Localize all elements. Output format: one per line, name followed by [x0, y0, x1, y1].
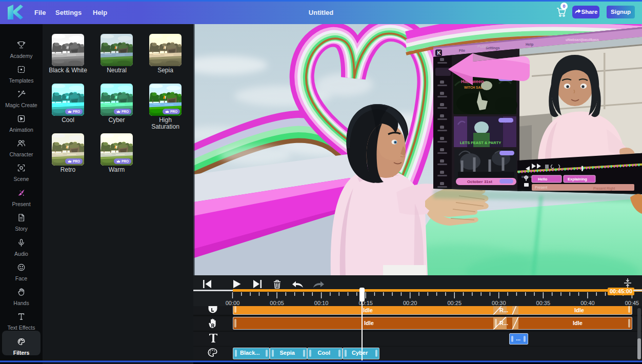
svg-text:Public: Public: [477, 44, 489, 49]
svg-text:Explaining: Explaining: [568, 177, 587, 181]
svg-text:LETS FEAST & PARTY: LETS FEAST & PARTY: [460, 140, 501, 145]
svg-text:File: File: [459, 49, 465, 52]
svg-text:Help: Help: [526, 43, 533, 47]
svg-text:Present Right: Present Right: [593, 187, 615, 191]
svg-text:Hello: Hello: [538, 177, 548, 181]
svg-text:Present: Present: [535, 186, 547, 189]
svg-text:WITCH SAL: WITCH SAL: [464, 86, 483, 89]
svg-text:uNwbsanijbasdfkasn: uNwbsanijbasdfkasn: [566, 38, 599, 42]
svg-text:October 31st: October 31st: [467, 179, 492, 184]
svg-text:K: K: [437, 50, 442, 56]
